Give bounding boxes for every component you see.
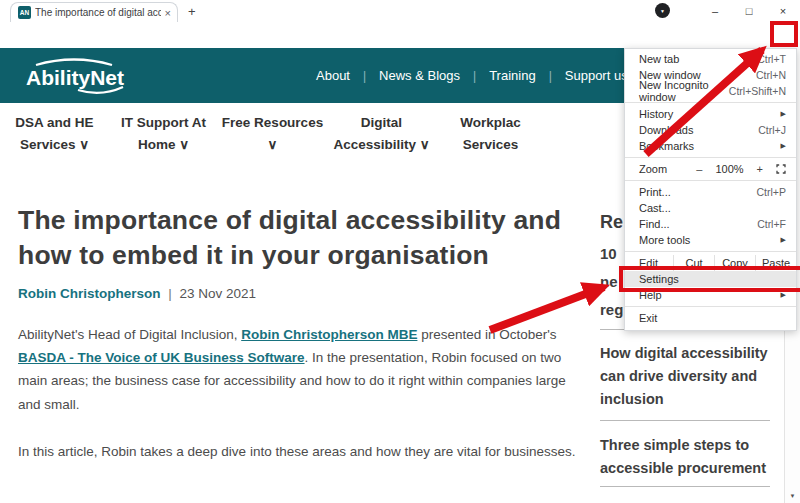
submenu-arrow-icon: ▶	[781, 110, 786, 118]
menu-item-label: Help	[639, 289, 662, 301]
article: The importance of digital accessibility …	[18, 203, 570, 463]
menu-separator	[625, 251, 796, 252]
menu-item-new-incognito-window[interactable]: New Incognito windowCtrl+Shift+N	[625, 83, 796, 99]
main-nav-item-it-support-at[interactable]: IT Support AtHome ∨	[109, 112, 218, 156]
menu-item-label: History	[639, 108, 673, 120]
menu-item-help[interactable]: Help▶	[625, 287, 796, 303]
menu-item-label: Downloads	[639, 124, 693, 136]
menu-item-edit[interactable]: EditCutCopyPaste	[625, 255, 796, 271]
tab-close-icon[interactable]: ×	[165, 7, 171, 19]
menu-shortcut: Ctrl+J	[758, 124, 786, 136]
menu-item-cast[interactable]: Cast...	[625, 200, 796, 216]
submenu-arrow-icon: ▶	[781, 291, 786, 299]
main-nav-item-free-resources[interactable]: Free Resources∨	[218, 112, 327, 156]
article-paragraph-2: In this article, Robin takes a deep dive…	[18, 440, 578, 463]
menu-item-label: New tab	[639, 53, 679, 65]
main-nav-line: Home ∨	[109, 134, 218, 156]
menu-shortcut: Ctrl+N	[756, 69, 786, 81]
top-nav-item-support-us[interactable]: Support us	[565, 68, 628, 83]
zoom-in-button[interactable]: +	[757, 163, 763, 175]
sidebar-text-fragment: 10	[600, 240, 623, 268]
article-title: The importance of digital accessibility …	[18, 203, 563, 273]
zoom-out-button[interactable]: –	[696, 163, 702, 175]
article-link[interactable]: BASDA - The Voice of UK Business Softwar…	[18, 350, 305, 365]
menu-item-label: Print...	[639, 186, 671, 198]
menu-item-label: Find...	[639, 218, 670, 230]
menu-edit-copy[interactable]: Copy	[714, 255, 755, 271]
main-nav-line: Digital	[327, 112, 436, 134]
main-nav-line: IT Support At	[109, 112, 218, 134]
site-logo[interactable]: AbilityNet	[16, 54, 141, 102]
browser-toolbar: ← → ↻ abilitynet.org.uk/news-blogs/impor…	[0, 22, 800, 48]
browser-titlebar: AN The importance of digital accessibili…	[0, 0, 800, 22]
menu-item-more-tools[interactable]: More tools▶	[625, 232, 796, 248]
tab-title: The importance of digital accessibili	[35, 7, 161, 18]
menu-item-settings[interactable]: Settings	[625, 271, 796, 287]
menu-shortcut: Ctrl+T	[757, 53, 786, 65]
menu-item-label: Bookmarks	[639, 140, 694, 152]
submenu-arrow-icon: ▶	[781, 236, 786, 244]
menu-item-label: New Incognito window	[639, 79, 729, 103]
menu-item-print[interactable]: Print...Ctrl+P	[625, 184, 796, 200]
menu-item-exit[interactable]: Exit	[625, 310, 796, 326]
menu-item-label: Zoom	[639, 163, 667, 175]
main-nav-line: Workplac	[436, 112, 545, 134]
chrome-menu: New tabCtrl+TNew windowCtrl+NNew Incogni…	[624, 48, 797, 331]
sidebar-item-2[interactable]: Three simple steps to accessible procure…	[600, 434, 778, 480]
sidebar-heading-fragment: Re	[600, 212, 623, 233]
sidebar-divider	[600, 420, 770, 421]
main-nav-line: DSA and HE	[0, 112, 109, 134]
menu-item-new-tab[interactable]: New tabCtrl+T	[625, 51, 796, 67]
submenu-arrow-icon: ▶	[781, 142, 786, 150]
menu-item-downloads[interactable]: DownloadsCtrl+J	[625, 122, 796, 138]
article-paragraph-1: AbilityNet's Head of Digital Inclusion, …	[18, 323, 578, 416]
scrollbar-down-button[interactable]: ▼	[785, 488, 800, 503]
main-nav-line: Free Resources	[218, 112, 327, 134]
sidebar-text-fragment: reg	[600, 296, 623, 324]
menu-item-label: Settings	[639, 273, 679, 285]
main-nav-item-digital[interactable]: DigitalAccessibility ∨	[327, 112, 436, 156]
top-nav-separator: |	[473, 69, 476, 83]
top-nav-item-training[interactable]: Training	[489, 68, 535, 83]
titlebar-badge-icon[interactable]: ▼	[655, 3, 670, 18]
new-tab-button[interactable]: +	[188, 4, 196, 19]
article-byline: Robin Christopherson | 23 Nov 2021	[18, 286, 570, 301]
menu-item-bookmarks[interactable]: Bookmarks▶	[625, 138, 796, 154]
window-close-button[interactable]: ×	[766, 0, 800, 22]
sidebar-item-1[interactable]: How digital accessibility can drive dive…	[600, 342, 778, 411]
menu-item-zoom[interactable]: Zoom–100%+	[625, 161, 796, 177]
main-nav-line: Services	[436, 134, 545, 156]
main-nav-item-dsa-and-he[interactable]: DSA and HEServices ∨	[0, 112, 109, 156]
main-nav-item-workplac[interactable]: WorkplacServices	[436, 112, 545, 156]
article-text: presented in October's	[417, 327, 556, 342]
site-favicon: AN	[18, 6, 31, 19]
top-nav-separator: |	[549, 69, 552, 83]
article-text: AbilityNet's Head of Digital Inclusion,	[18, 327, 241, 342]
logo-arc-top	[36, 60, 112, 66]
top-nav-item-about[interactable]: About	[316, 68, 350, 83]
fullscreen-icon[interactable]	[776, 164, 786, 174]
sidebar-truncated-item[interactable]: 10nereg	[600, 240, 623, 324]
menu-separator	[625, 306, 796, 307]
sidebar-divider	[600, 486, 770, 487]
top-nav-item-news-blogs[interactable]: News & Blogs	[379, 68, 460, 83]
author-link[interactable]: Robin Christopherson	[18, 286, 161, 301]
menu-edit-cut[interactable]: Cut	[673, 255, 714, 271]
menu-item-history[interactable]: History▶	[625, 106, 796, 122]
byline-separator: |	[168, 286, 172, 301]
article-date: 23 Nov 2021	[180, 286, 257, 301]
menu-item-find[interactable]: Find...Ctrl+F	[625, 216, 796, 232]
maximize-button[interactable]: □	[732, 0, 766, 22]
menu-item-label: Edit	[639, 257, 658, 269]
menu-edit-paste[interactable]: Paste	[755, 255, 796, 271]
main-nav-line: Services ∨	[0, 134, 109, 156]
zoom-value: 100%	[715, 163, 743, 175]
article-link[interactable]: Robin Christopherson MBE	[241, 327, 417, 342]
main-nav-line: ∨	[218, 134, 327, 156]
browser-tab[interactable]: AN The importance of digital accessibili…	[10, 2, 178, 22]
minimize-button[interactable]: –	[698, 0, 732, 22]
menu-item-label: Exit	[639, 312, 657, 324]
top-nav-separator: |	[363, 69, 366, 83]
menu-item-label: Cast...	[639, 202, 671, 214]
sidebar-text-fragment: ne	[600, 268, 623, 296]
